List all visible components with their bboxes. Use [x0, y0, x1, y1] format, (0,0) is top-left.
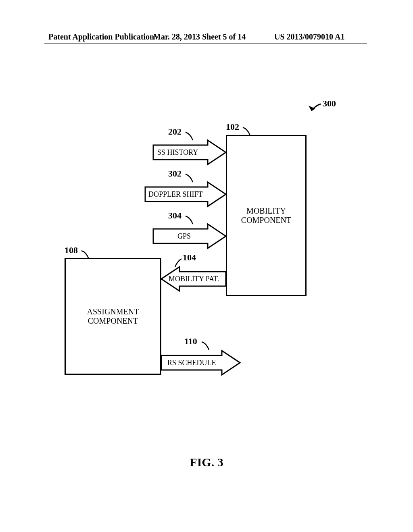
assignment-component-box: ASSIGNMENT COMPONENT: [65, 258, 161, 375]
ref-302: 302: [168, 168, 181, 179]
svg-marker-1: [153, 140, 226, 164]
ref-104: 104: [183, 252, 196, 263]
header-center: Mar. 28, 2013 Sheet 5 of 14: [153, 32, 246, 42]
arrow-mobility-pat: MOBILITY PAT.: [161, 267, 226, 291]
ref-110: 110: [184, 336, 197, 347]
arrow-doppler-label: DOPPLER SHIFT: [148, 190, 203, 198]
ref-304: 304: [168, 210, 181, 221]
assignment-component-label: ASSIGNMENT COMPONENT: [87, 307, 139, 326]
svg-marker-0: [309, 106, 315, 111]
svg-marker-3: [153, 224, 226, 248]
header-left: Patent Application Publication: [48, 32, 154, 42]
arrow-gps-label: GPS: [177, 232, 191, 240]
ref-300: 300: [323, 98, 336, 109]
arrow-rs-schedule-label: RS SCHEDULE: [167, 359, 216, 367]
arrow-gps: GPS: [153, 224, 226, 248]
ref-202: 202: [168, 127, 181, 137]
mobility-component-label: MOBILITY COMPONENT: [241, 206, 291, 225]
ref-102: 102: [226, 122, 239, 132]
ref-108: 108: [65, 245, 78, 256]
figure-caption: FIG. 3: [0, 455, 413, 469]
mobility-component-box: MOBILITY COMPONENT: [226, 135, 307, 296]
arrow-doppler: DOPPLER SHIFT: [145, 182, 226, 206]
svg-marker-2: [145, 182, 226, 206]
svg-marker-4: [161, 267, 226, 291]
arrow-rs-schedule: RS SCHEDULE: [161, 351, 240, 375]
diagram-svg: SS HISTORY DOPPLER SHIFT GPS MOBILITY PA…: [0, 0, 413, 532]
svg-marker-5: [161, 351, 240, 375]
arrow-mobility-pat-label: MOBILITY PAT.: [169, 275, 219, 283]
arrow-ss-history-label: SS HISTORY: [157, 148, 198, 156]
page: Patent Application Publication Mar. 28, …: [0, 0, 413, 532]
arrow-ss-history: SS HISTORY: [153, 140, 226, 164]
header-right: US 2013/0079010 A1: [274, 32, 344, 42]
header-rule: [44, 44, 367, 44]
